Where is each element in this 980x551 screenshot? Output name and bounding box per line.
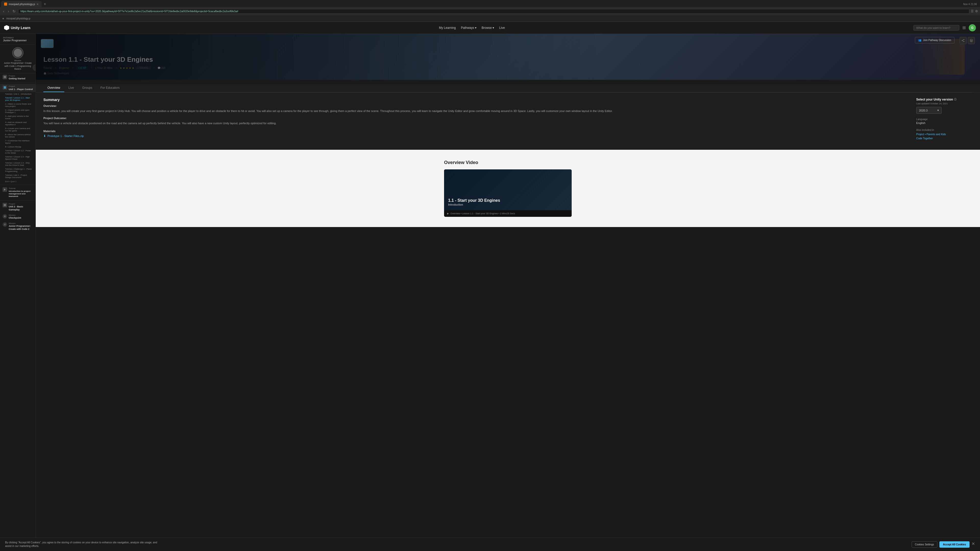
tab-label: moopad.physiology.p: [9, 3, 35, 6]
accept-all-cookies-button[interactable]: Accept All Cookies: [939, 541, 969, 548]
browser-chrome: moopad.physiology.p ✕ + Nov 4 21:06 ‹ › …: [0, 0, 980, 22]
also-in-code-together-link[interactable]: Code Together: [916, 137, 933, 140]
sidebar-checkpoint-text: Mission Checkpoint: [9, 214, 21, 220]
svg-rect-3: [5, 77, 6, 78]
sidebar-item-intro-tutorial[interactable]: Tutorial Introduction to project managem…: [0, 186, 35, 199]
bookmark-button[interactable]: [968, 37, 975, 44]
sidebar-item-unit1[interactable]: Project Unit 1 - Player Control: [0, 84, 35, 92]
share-button[interactable]: [959, 37, 967, 44]
nav-my-learning[interactable]: My Learning: [439, 26, 456, 30]
materials-section: Materials ⬇ Prototype 1 - Starter Files.…: [43, 130, 908, 138]
video-title-overlay: 1.1 - Start your 3D Engines Introduction: [448, 198, 568, 206]
sidebar-sub-step5[interactable]: 5 • Locate your camera and run the game: [0, 127, 35, 133]
svg-rect-2: [4, 77, 5, 78]
forward-button[interactable]: ›: [7, 9, 10, 14]
sidebar-sub-intro[interactable]: Tutorial • Unit 1 - Introduction: [0, 92, 35, 96]
share-buttons: [959, 37, 975, 44]
language-section: Language English: [916, 118, 972, 124]
sidebar-sub-step7[interactable]: 7 • Customize the interface layout: [0, 139, 35, 145]
sidebar-sub-lab1[interactable]: Tutorial • Lab 1 - Project Design Docume…: [0, 173, 35, 179]
sidebar-unit2-text: Project Unit 2 - Basic Gameplay: [9, 203, 33, 211]
checkpoint-icon: ✓: [3, 214, 7, 219]
unity-logo-icon: [4, 25, 9, 30]
hero-section: 👥 Join Pathway Discussion Lesson 1.1 - S: [36, 34, 980, 80]
materials-download-link[interactable]: ⬇ Prototype 1 - Starter Files.zip: [43, 134, 908, 138]
sidebar-mission-code2-text: Mission Junior Programmer: Create with C…: [9, 222, 33, 231]
also-in-project-label: Project •: [916, 133, 926, 136]
version-dropdown-icon: ▾: [937, 109, 939, 112]
tab-favicon: [4, 3, 7, 6]
tab-for-educators[interactable]: For Educators: [96, 84, 124, 92]
sidebar-sub-step1[interactable]: 1 • Make a course folder and new project: [0, 102, 35, 108]
cookie-banner: By clicking "Accept All Cookies", you ag…: [0, 537, 980, 551]
tab-close[interactable]: ✕: [37, 3, 38, 6]
sidebar-avatar: [12, 47, 24, 59]
sidebar-sub-step8[interactable]: 8 • Lesson Recap: [0, 145, 35, 149]
sidebar-sub-lesson11[interactable]: Tutorial • Lesson 1.1 - Start your 3D En…: [0, 96, 35, 102]
join-discussion-area: 👥 Join Pathway Discussion: [915, 37, 955, 43]
sidebar-goal-quiz1[interactable]: End • Quiz 1: [0, 179, 35, 184]
reload-button[interactable]: ↻: [11, 9, 17, 14]
sidebar-sub-step4[interactable]: 4 • Add an obstacle and reposition it: [0, 121, 35, 127]
video-thumbnail[interactable]: ▶ 1.1 - Start your 3D Engines Introducti…: [444, 169, 572, 210]
svg-rect-4: [4, 86, 5, 87]
browser-settings-icon[interactable]: ⚙: [975, 10, 978, 13]
user-avatar[interactable]: G: [969, 24, 976, 32]
video-player[interactable]: ▶ 1.1 - Start your 3D Engines Introducti…: [444, 169, 572, 217]
unity-logo[interactable]: Unity Learn: [4, 25, 30, 30]
nav-links: My Learning Pathways ▾ Browse ▾ Live: [439, 26, 505, 30]
browser-tab[interactable]: moopad.physiology.p ✕: [1, 1, 41, 7]
grid-view-icon[interactable]: ⊞: [963, 25, 966, 30]
svg-rect-10: [5, 204, 6, 205]
sidebar-divider-1: [0, 83, 35, 83]
mission-icon-code2: [3, 222, 7, 227]
sidebar-sub-step3[interactable]: 3 • Add your vehicle to the scene: [0, 114, 35, 121]
browse-chevron-icon: ▾: [493, 26, 494, 30]
sidebar-item-mission-code2[interactable]: Mission Junior Programmer: Create with C…: [0, 221, 35, 232]
avatar-inner: [14, 49, 22, 57]
sidebar: ‹ Pathway Junior Programmer Mission Juni…: [0, 34, 36, 551]
new-tab-button[interactable]: +: [41, 2, 48, 6]
join-pathway-button[interactable]: 👥 Join Pathway Discussion: [915, 37, 955, 43]
nav-browse[interactable]: Browse ▾: [482, 26, 494, 30]
sidebar-sub-step6[interactable]: 6 • Move the camera behind the vehicle: [0, 133, 35, 139]
sidebar-sub-step2[interactable]: 2 • Import assets and open Prototype 1: [0, 108, 35, 114]
cookies-settings-button[interactable]: Cookies Settings: [912, 541, 937, 548]
bookmarks-icon: ★: [2, 17, 4, 20]
sidebar-item-checkpoint[interactable]: ✓ Mission Checkpoint: [0, 213, 35, 221]
unity-version-section: Select your Unity version ⓘ Last updated…: [916, 98, 972, 114]
cookie-close-button[interactable]: ✕: [972, 541, 975, 548]
sidebar-item-unit2[interactable]: Project Unit 2 - Basic Gameplay: [0, 202, 35, 213]
hero-thumbnail: [41, 39, 54, 48]
mission-name: Junior Programmer: Create with Code 1 Pr…: [3, 62, 32, 71]
sidebar-sub-lesson12[interactable]: Tutorial • Lesson 1.2 - Pedal to the Met…: [0, 149, 35, 155]
unity-logo-text: Unity Learn: [11, 26, 30, 30]
bookmark-item[interactable]: moopad.physiology.p: [6, 17, 30, 20]
back-button[interactable]: ‹: [2, 9, 5, 14]
svg-text:✓: ✓: [4, 216, 6, 218]
sidebar-sub-lesson13[interactable]: Tutorial • Lesson 1.3 - High Speed Chase: [0, 155, 35, 161]
url-bar[interactable]: [18, 9, 969, 14]
overview-subtitle: Overview:: [43, 104, 908, 107]
summary-title: Summary: [43, 98, 908, 102]
sidebar-item-getting-started[interactable]: Project Getting Started: [0, 73, 35, 82]
tab-overview[interactable]: Overview: [43, 84, 64, 92]
search-input[interactable]: [913, 25, 959, 30]
getting-started-label: Project: [9, 75, 25, 77]
also-in-parents-kids-link[interactable]: Parents and Kids: [926, 133, 946, 136]
tab-live[interactable]: Live: [64, 84, 78, 92]
sidebar-sub-lesson14[interactable]: Tutorial • Lesson 1.4 - Step into the Dr…: [0, 161, 35, 167]
nav-pathways[interactable]: Pathways ▾: [461, 26, 476, 30]
also-in-links: Project • Parents and Kids Code Together: [916, 132, 972, 141]
browser-menu-icon[interactable]: ☰: [971, 10, 974, 13]
tab-groups[interactable]: Groups: [78, 84, 96, 92]
unity-version-select[interactable]: 2020.3 ▾: [916, 107, 942, 114]
app: Unity Learn My Learning Pathways ▾ Brows…: [0, 22, 980, 551]
datetime: Nov 4 21:06: [963, 3, 979, 6]
video-section-title: Overview Video: [444, 160, 572, 165]
info-icon: ⓘ: [954, 98, 956, 101]
sidebar-sub-challenge1[interactable]: Tutorial • Challenge 1 - Plane Programmi…: [0, 167, 35, 173]
unity-version-label: Select your Unity version: [916, 98, 953, 101]
video-play-icon: ▶: [447, 212, 449, 215]
nav-live[interactable]: Live: [499, 26, 505, 30]
